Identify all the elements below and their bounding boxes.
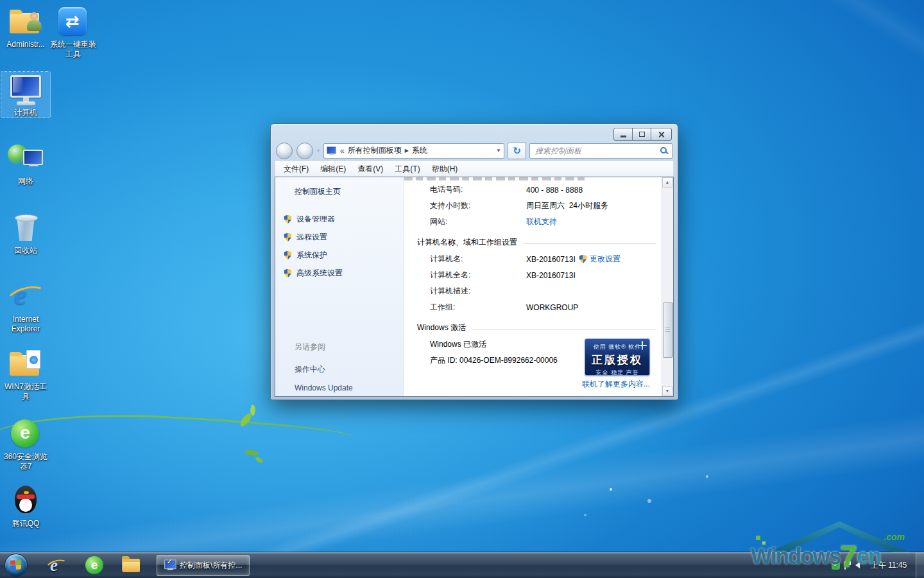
maximize-icon bbox=[639, 132, 645, 137]
security-check-tray-icon[interactable]: ✓ bbox=[832, 561, 840, 570]
menu-edit[interactable]: 编辑(E) bbox=[314, 162, 352, 177]
taskbar-360-browser[interactable]: e bbox=[85, 556, 103, 574]
windows-logo-icon bbox=[10, 559, 21, 570]
user-folder-icon bbox=[8, 5, 44, 37]
activation-tool-icon bbox=[8, 347, 44, 380]
close-icon bbox=[658, 131, 665, 138]
address-bar[interactable]: « 所有控制面板项 ▶ 系统 ▼ bbox=[323, 143, 504, 159]
taskbar-clock[interactable]: 上午 11:45 bbox=[864, 552, 913, 578]
address-dropdown-icon[interactable]: ▼ bbox=[496, 148, 501, 153]
taskbar: e e ✓ 控制面板\所有控... ✓ 上午 11:45 bbox=[0, 552, 924, 578]
desktop-icon-internet-explorer[interactable]: e Internet Explorer bbox=[1, 279, 50, 334]
menu-help[interactable]: 帮助(H) bbox=[426, 162, 464, 177]
desktop-icon-label: 360安全浏览器7 bbox=[1, 452, 50, 471]
breadcrumb-root-chevron[interactable]: « bbox=[340, 146, 345, 155]
uac-shield-icon bbox=[579, 255, 587, 264]
light-beam bbox=[562, 0, 924, 142]
desktop-icon-label: WIN7激活工具 bbox=[1, 382, 50, 401]
windows-activation-section-header: Windows 激活 bbox=[404, 322, 662, 333]
website-label: 网站: bbox=[430, 216, 526, 227]
vertical-scrollbar[interactable]: ▲ ▼ bbox=[662, 177, 673, 396]
learn-more-online-link[interactable]: 联机了解更多内容... bbox=[582, 379, 650, 390]
desktop-icon-administrator[interactable]: Administr... bbox=[1, 4, 50, 49]
desktop-icon-recycle-bin[interactable]: 回收站 bbox=[1, 210, 50, 256]
product-id: 产品 ID: 00426-OEM-8992662-00006 bbox=[430, 355, 558, 366]
breadcrumb-current[interactable]: 系统 bbox=[412, 145, 427, 156]
minimize-button[interactable] bbox=[613, 128, 633, 141]
search-input[interactable] bbox=[534, 146, 660, 156]
control-panel-window-icon: ✓ bbox=[164, 559, 177, 571]
computer-name-value: XB-20160713I bbox=[526, 255, 576, 264]
sidebar-item-advanced-system-settings[interactable]: 高级系统设置 bbox=[275, 265, 404, 283]
window-client-area: 控制面板主页 设备管理器 远程设置 系统保护 高级系统设置 bbox=[275, 177, 674, 397]
uac-shield-icon bbox=[284, 251, 292, 260]
desktop-icon-win7-activation-tool[interactable]: WIN7激活工具 bbox=[1, 346, 50, 401]
desktop-icon-label: 回收站 bbox=[1, 246, 50, 256]
system-window: ▾ « 所有控制面板项 ▶ 系统 ▼ ↻ 文件(F) 编辑(E) 查看(V) 工… bbox=[270, 123, 678, 400]
close-button[interactable] bbox=[651, 128, 672, 141]
menu-file[interactable]: 文件(F) bbox=[278, 162, 314, 177]
refresh-icon: ↻ bbox=[513, 145, 521, 157]
phone-value: 400 - 888 - 8888 bbox=[526, 186, 583, 195]
see-also-heading: 另请参阅 bbox=[295, 342, 404, 353]
search-icon bbox=[660, 146, 668, 155]
scroll-down-arrow[interactable]: ▼ bbox=[662, 386, 672, 396]
refresh-button[interactable]: ↻ bbox=[508, 143, 526, 159]
desktop-icon-label: 腾讯QQ bbox=[1, 519, 50, 529]
section-rule bbox=[472, 329, 656, 329]
computer-icon bbox=[8, 73, 44, 105]
grass-vine bbox=[0, 407, 354, 473]
uac-shield-icon bbox=[284, 215, 292, 224]
support-hours-row: 支持小时数: 周日至周六 24小时服务 bbox=[404, 198, 662, 214]
online-support-link[interactable]: 联机支持 bbox=[526, 216, 557, 227]
taskbar-button-label: 控制面板\所有控... bbox=[180, 560, 242, 571]
system-tray: ✓ 上午 11:45 bbox=[832, 552, 913, 578]
sidebar-item-windows-update[interactable]: Windows Update bbox=[275, 380, 404, 397]
uac-shield-icon bbox=[284, 269, 292, 278]
computer-name-row: 计算机名: XB-20160713I 更改设置 bbox=[404, 251, 662, 267]
title-bar[interactable] bbox=[275, 124, 674, 141]
search-box[interactable] bbox=[529, 143, 672, 159]
scrollbar-thumb[interactable] bbox=[663, 302, 673, 358]
scroll-up-arrow[interactable]: ▲ bbox=[662, 177, 672, 188]
sidebar-item-action-center[interactable]: 操作中心 bbox=[275, 360, 404, 380]
genuine-software-badge[interactable]: 使用 微软® 软件 正版授权 安全 稳定 声誉 bbox=[585, 338, 650, 376]
sidebar: 控制面板主页 设备管理器 远程设置 系统保护 高级系统设置 bbox=[275, 177, 404, 396]
menu-tools[interactable]: 工具(T) bbox=[389, 162, 425, 177]
forward-button[interactable] bbox=[296, 143, 313, 159]
taskbar-internet-explorer[interactable]: e bbox=[46, 555, 66, 575]
minimize-icon bbox=[620, 136, 626, 137]
recent-pages-icon[interactable]: ▾ bbox=[317, 148, 320, 153]
phone-row: 电话号码: 400 - 888 - 8888 bbox=[404, 182, 662, 198]
computer-fullname-row: 计算机全名: XB-20160713I bbox=[404, 267, 662, 283]
desktop-icon-computer[interactable]: 计算机 bbox=[1, 72, 50, 118]
taskbar-windows-explorer[interactable] bbox=[122, 557, 141, 573]
back-button[interactable] bbox=[276, 143, 293, 159]
breadcrumb-arrow-icon[interactable]: ▶ bbox=[405, 148, 409, 153]
desktop-icon-system-reinstall-tool[interactable]: ⇄ 系统一键重装工具 bbox=[49, 4, 98, 59]
sidebar-item-remote-settings[interactable]: 远程设置 bbox=[275, 229, 404, 247]
desktop-icon-label: 计算机 bbox=[1, 108, 50, 118]
reinstall-tool-icon: ⇄ bbox=[55, 5, 91, 37]
menu-view[interactable]: 查看(V) bbox=[352, 162, 389, 177]
show-desktop-button[interactable] bbox=[916, 552, 924, 578]
system-page-icon bbox=[327, 146, 337, 155]
desktop-icon-label: 网络 bbox=[1, 177, 50, 186]
desktop-icon-tencent-qq[interactable]: 腾讯QQ bbox=[1, 483, 50, 529]
360-browser-icon: e bbox=[8, 417, 44, 450]
desktop-icon-network[interactable]: 网络 bbox=[1, 141, 50, 186]
desktop-icon-360-browser[interactable]: e 360安全浏览器7 bbox=[1, 416, 50, 471]
maximize-button[interactable] bbox=[632, 128, 651, 141]
clipped-scrolled-text bbox=[404, 177, 585, 180]
start-button[interactable] bbox=[4, 554, 28, 577]
sparkles bbox=[610, 488, 612, 491]
action-center-flag-icon[interactable] bbox=[844, 561, 851, 570]
breadcrumb-parent[interactable]: 所有控制面板项 bbox=[348, 145, 402, 156]
change-settings-link[interactable]: 更改设置 bbox=[590, 254, 620, 265]
sidebar-item-device-manager[interactable]: 设备管理器 bbox=[275, 211, 404, 229]
uac-shield-icon bbox=[284, 233, 292, 242]
volume-icon[interactable] bbox=[855, 562, 860, 568]
taskbar-active-window-button[interactable]: ✓ 控制面板\所有控... bbox=[157, 555, 250, 576]
sidebar-item-control-panel-home[interactable]: 控制面板主页 bbox=[275, 186, 404, 197]
sidebar-item-system-protection[interactable]: 系统保护 bbox=[275, 247, 404, 265]
